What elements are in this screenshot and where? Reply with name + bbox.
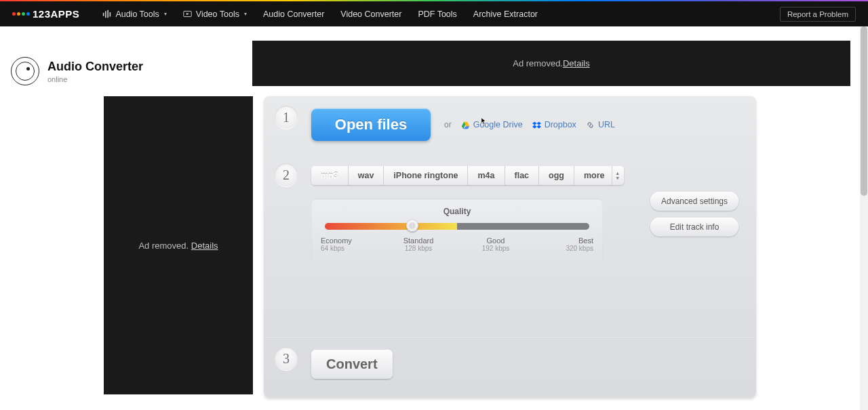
nav-label: Audio Converter	[263, 9, 324, 19]
ad-removed-text: Ad removed.	[138, 241, 191, 251]
chevron-down-icon: ▾	[244, 11, 247, 17]
source-google-drive[interactable]: Google Drive	[461, 120, 523, 129]
slider-knob[interactable]	[406, 220, 418, 232]
chevron-down-icon: ▾	[164, 11, 167, 17]
ad-banner-left: Ad removed. Details	[104, 96, 253, 394]
nav-label: PDF Tools	[418, 9, 456, 19]
svg-rect-3	[110, 12, 111, 17]
nav-label: Archive Extractor	[473, 9, 538, 19]
equalizer-icon	[102, 9, 111, 18]
step-number: 2	[275, 163, 298, 186]
open-files-button[interactable]: Open files	[311, 108, 431, 141]
ad-banner-top: Ad removed. Details	[252, 41, 850, 86]
edit-track-info-button[interactable]: Edit track info	[650, 218, 738, 237]
step-1: 1 Open files or Google Drive Dropbox URL	[264, 96, 756, 153]
format-tab-flac[interactable]: flac	[505, 166, 540, 185]
source-label: URL	[598, 120, 615, 129]
google-drive-icon	[461, 121, 470, 129]
tick-good: Good192 kbps	[475, 237, 516, 252]
convert-button[interactable]: Convert	[311, 350, 393, 379]
brand-logo[interactable]: 123APPS	[12, 8, 79, 20]
step-3: 3 Convert	[264, 337, 756, 398]
format-tab-wav[interactable]: wav	[349, 166, 384, 185]
ad-removed-text: Ad removed.	[513, 58, 563, 68]
nav-video-converter[interactable]: Video Converter	[332, 1, 410, 26]
ad-details-link[interactable]: Details	[191, 241, 218, 251]
dropbox-icon	[532, 121, 541, 129]
svg-rect-0	[103, 13, 104, 16]
nav-label: Video Tools	[196, 9, 239, 19]
format-tab-m4a[interactable]: m4a	[468, 166, 505, 185]
format-tab-more[interactable]: more	[574, 166, 624, 185]
svg-rect-2	[108, 10, 109, 18]
page-subtitle: online	[47, 75, 143, 83]
more-label: more	[584, 171, 605, 180]
quality-box: Quality Economy64 kbps Standard128 kbps …	[311, 199, 603, 262]
video-icon	[183, 9, 192, 18]
source-url[interactable]: URL	[586, 120, 615, 129]
source-label: Dropbox	[545, 120, 576, 129]
nav-label: Audio Tools	[115, 9, 159, 19]
top-nav: 123APPS Audio Tools ▾ Video Tools ▾ Audi…	[0, 1, 868, 26]
tick-best: Best320 kbps	[553, 237, 593, 252]
quality-slider[interactable]	[325, 223, 589, 230]
nav-pdf-tools[interactable]: PDF Tools	[410, 1, 465, 26]
slider-ticks: Economy64 kbps Standard128 kbps Good192 …	[325, 237, 589, 252]
step-number: 1	[275, 106, 298, 129]
scrollbar-thumb[interactable]	[861, 26, 867, 196]
link-icon	[586, 121, 595, 129]
format-tab-iphone[interactable]: iPhone ringtone	[384, 166, 468, 185]
advanced-settings-button[interactable]: Advanced settings	[650, 192, 738, 211]
stepper-icon[interactable]	[612, 166, 624, 185]
nav-archive-extractor[interactable]: Archive Extractor	[465, 1, 546, 26]
brand-text: 123APPS	[33, 8, 79, 20]
nav-audio-converter[interactable]: Audio Converter	[255, 1, 332, 26]
nav-video-tools[interactable]: Video Tools ▾	[175, 1, 255, 26]
tick-standard: Standard128 kbps	[398, 237, 439, 252]
audio-converter-icon	[11, 57, 39, 85]
step-number: 3	[275, 347, 298, 370]
nav-audio-tools[interactable]: Audio Tools ▾	[94, 1, 174, 26]
converter-panel: 1 Open files or Google Drive Dropbox URL	[264, 96, 756, 398]
format-tab-mp3[interactable]: mp3	[311, 166, 349, 185]
scrollbar[interactable]	[860, 26, 868, 410]
nav-label: Video Converter	[340, 9, 401, 19]
source-label: Google Drive	[473, 120, 523, 129]
or-text: or	[444, 120, 452, 129]
logo-dots-icon	[12, 12, 30, 16]
step-2: 2 mp3 wav iPhone ringtone m4a flac ogg m…	[264, 154, 756, 337]
format-tabs: mp3 wav iPhone ringtone m4a flac ogg mor…	[311, 166, 624, 185]
report-problem-button[interactable]: Report a Problem	[780, 7, 856, 22]
tick-economy: Economy64 kbps	[321, 237, 361, 252]
svg-rect-1	[105, 11, 106, 18]
quality-title: Quality	[325, 207, 589, 216]
source-dropbox[interactable]: Dropbox	[532, 120, 576, 129]
ad-details-link[interactable]: Details	[563, 58, 590, 68]
page-title: Audio Converter	[47, 60, 143, 74]
format-tab-ogg[interactable]: ogg	[539, 166, 574, 185]
